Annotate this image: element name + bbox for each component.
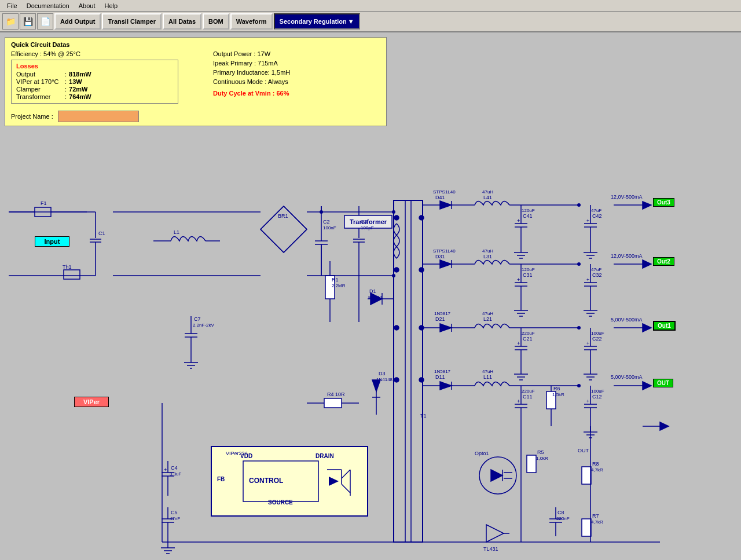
svg-marker-123 (440, 382, 452, 390)
svg-text:C7: C7 (194, 316, 201, 322)
svg-text:Th1: Th1 (63, 264, 72, 270)
svg-text:C2: C2 (323, 219, 330, 225)
svg-text:Transformer: Transformer (350, 218, 387, 225)
out3-label: Out3 (653, 198, 674, 207)
svg-text:120uF: 120uF (522, 267, 535, 272)
svg-point-293 (577, 384, 581, 387)
svg-marker-54 (440, 201, 452, 209)
svg-text:+: + (586, 341, 589, 346)
svg-text:STPS1L40: STPS1L40 (433, 189, 456, 195)
svg-text:L11: L11 (483, 374, 492, 380)
svg-text:+: + (586, 398, 589, 404)
svg-text:1,5kR: 1,5kR (552, 392, 564, 397)
svg-text:4,7kR: 4,7kR (591, 519, 603, 525)
svg-point-292 (577, 326, 581, 330)
svg-point-47 (394, 325, 399, 330)
btn-add-output[interactable]: Add Output (54, 13, 101, 30)
svg-text:D41: D41 (435, 195, 445, 200)
svg-marker-100 (440, 324, 452, 332)
btn-transil-clamper[interactable]: Transil Clamper (102, 13, 162, 30)
svg-point-52 (419, 378, 424, 382)
svg-text:L1: L1 (174, 229, 179, 235)
btn-bom[interactable]: BOM (203, 13, 229, 30)
svg-text:220uF: 220uF (522, 331, 535, 336)
svg-text:2,2MR: 2,2MR (332, 283, 346, 288)
svg-text:47uH: 47uH (482, 189, 493, 195)
svg-text:100nF: 100nF (323, 225, 336, 230)
svg-text:4,7kR: 4,7kR (591, 467, 603, 473)
menu-file[interactable]: File (2, 1, 22, 10)
menu-documentation[interactable]: Documentation (22, 1, 74, 10)
svg-text:100pF: 100pF (361, 225, 374, 230)
svg-text:C11: C11 (523, 394, 533, 400)
menu-help[interactable]: Help (100, 1, 122, 10)
svg-text:VDD: VDD (240, 453, 252, 459)
svg-text:47uH: 47uH (482, 369, 493, 374)
svg-text:+: + (164, 467, 167, 473)
svg-text:D11: D11 (435, 374, 445, 380)
svg-text:12,0V-500mA: 12,0V-500mA (611, 194, 643, 200)
svg-marker-98 (643, 260, 651, 268)
svg-text:+: + (586, 218, 589, 224)
svg-text:L31: L31 (483, 254, 492, 259)
svg-marker-145 (660, 422, 669, 430)
svg-text:+: + (517, 277, 520, 283)
svg-text:47nF: 47nF (170, 516, 180, 521)
toolbar: 📁 💾 📄 Add Output Transil Clamper All Dat… (0, 12, 741, 32)
btn-all-datas[interactable]: All Datas (163, 13, 201, 30)
svg-text:F1: F1 (41, 200, 47, 206)
svg-text:C31: C31 (523, 272, 533, 278)
svg-point-46 (394, 268, 399, 272)
btn-waveform[interactable]: Waveform (230, 13, 273, 30)
svg-text:2,2nF-2kV: 2,2nF-2kV (193, 323, 215, 328)
btn-secondary-regulation[interactable]: Secondary Regulation ▼ (274, 13, 360, 30)
svg-text:R8: R8 (592, 461, 599, 467)
icon-new[interactable]: 📄 (37, 13, 53, 30)
svg-marker-173 (491, 470, 502, 481)
svg-text:100uF: 100uF (591, 331, 604, 336)
svg-marker-77 (440, 260, 452, 268)
svg-text:1N5817: 1N5817 (434, 369, 451, 374)
svg-text:3,3uF: 3,3uF (170, 471, 182, 477)
icon-folder[interactable]: 📁 (2, 13, 19, 30)
svg-text:DRAIN: DRAIN (316, 453, 334, 459)
svg-line-17 (284, 229, 307, 252)
svg-text:C1: C1 (98, 230, 105, 236)
main-area: Quick Circuit Datas Efficiency : 54% @ 2… (0, 32, 741, 560)
svg-marker-75 (643, 202, 651, 209)
svg-rect-177 (527, 455, 536, 473)
svg-text:+: + (586, 277, 589, 283)
icon-save[interactable]: 💾 (20, 13, 36, 30)
svg-rect-5 (64, 270, 80, 279)
svg-text:R5: R5 (537, 449, 544, 455)
svg-text:C22: C22 (592, 336, 602, 342)
svg-text:BYT11: BYT11 (368, 295, 383, 300)
svg-text:1N4148: 1N4148 (376, 377, 393, 382)
svg-text:CONTROL: CONTROL (249, 477, 283, 485)
svg-text:R1: R1 (332, 277, 339, 283)
svg-marker-143 (643, 382, 651, 390)
svg-text:D21: D21 (435, 316, 445, 322)
svg-text:+: + (517, 398, 520, 404)
svg-point-49 (419, 215, 424, 220)
svg-text:C21: C21 (523, 336, 533, 342)
svg-text:R7: R7 (592, 513, 599, 519)
svg-marker-184 (486, 525, 504, 542)
out-main-label: OUT (653, 379, 673, 387)
svg-text:Opto1: Opto1 (475, 451, 489, 456)
svg-text:R4 10R: R4 10R (327, 391, 345, 397)
circuit-diagram: Transformer F1 C1 Th1 L1 BR1 C2 100nF C3… (0, 32, 741, 560)
svg-point-295 (392, 274, 395, 277)
menu-about[interactable]: About (74, 1, 100, 10)
svg-text:STPS1L40: STPS1L40 (433, 248, 456, 254)
svg-text:R6: R6 (553, 386, 560, 391)
svg-text:OUT: OUT (578, 448, 589, 453)
svg-point-50 (419, 268, 424, 272)
svg-text:C42: C42 (592, 213, 602, 219)
svg-text:SOURCE: SOURCE (268, 499, 293, 506)
svg-text:1N5817: 1N5817 (434, 311, 451, 316)
svg-text:C3: C3 (361, 219, 368, 225)
svg-line-18 (261, 229, 284, 252)
svg-text:L21: L21 (483, 316, 492, 322)
svg-point-48 (394, 378, 399, 382)
